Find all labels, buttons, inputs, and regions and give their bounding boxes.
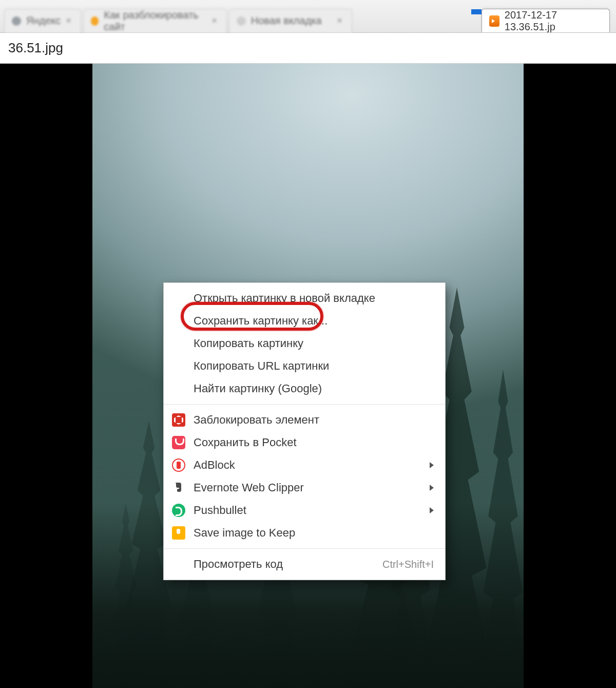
address-bar[interactable]: 36.51.jpg [0, 33, 616, 64]
menu-label: Копировать картинку [194, 337, 303, 350]
menu-block-element[interactable]: Заблокировать элемент [164, 409, 445, 431]
menu-save-image-as[interactable]: Сохранить картинку как... [164, 310, 445, 332]
tab-label: 2017-12-17 13.36.51.jp [505, 9, 600, 33]
menu-label: Сохранить в Pocket [194, 436, 297, 449]
menu-evernote[interactable]: Evernote Web Clipper [164, 476, 445, 499]
menu-adblock[interactable]: AdBlock [164, 454, 445, 476]
abp-icon [172, 413, 185, 427]
adblock-icon [172, 458, 185, 472]
menu-inspect[interactable]: Просмотреть код Ctrl+Shift+I [164, 553, 445, 576]
chevron-right-icon [430, 485, 434, 491]
menu-label: Заблокировать элемент [194, 413, 319, 427]
favicon [91, 16, 99, 26]
favicon [237, 16, 246, 26]
menu-label: Открыть картинку в новой вкладке [194, 292, 375, 305]
chevron-right-icon [430, 507, 434, 513]
vlc-icon [489, 15, 499, 27]
menu-save-to-pocket[interactable]: Сохранить в Pocket [164, 431, 445, 454]
close-icon[interactable]: × [337, 15, 342, 26]
tab-inactive-3[interactable]: Новая вкладка × [229, 9, 352, 32]
menu-label: Просмотреть код [194, 558, 283, 571]
menu-label: Копировать URL картинки [194, 359, 329, 373]
menu-copy-image-url[interactable]: Копировать URL картинки [164, 355, 445, 377]
tab-inactive-1[interactable]: Яндекс × [4, 9, 81, 32]
tab-loading-indicator [471, 9, 482, 14]
menu-search-image[interactable]: Найти картинку (Google) [164, 377, 445, 400]
tab-active[interactable]: 2017-12-17 13.36.51.jp [482, 9, 610, 32]
menu-separator [164, 404, 445, 405]
chevron-right-icon [430, 462, 434, 468]
url-text: 36.51.jpg [8, 40, 63, 56]
tab-inactive-2[interactable]: Как разблокировать сайт × [83, 9, 227, 32]
tab-label: Новая вкладка [251, 15, 322, 27]
menu-label: Evernote Web Clipper [194, 481, 304, 494]
menu-label: Найти картинку (Google) [194, 382, 322, 395]
menu-separator [164, 548, 445, 549]
pushbullet-icon [172, 504, 185, 517]
menu-label: Сохранить картинку как... [194, 314, 328, 328]
shortcut-text: Ctrl+Shift+I [382, 559, 434, 570]
close-icon[interactable]: × [66, 15, 71, 26]
menu-copy-image[interactable]: Копировать картинку [164, 332, 445, 355]
favicon [12, 16, 21, 26]
menu-label: Pushbullet [194, 504, 246, 517]
menu-pushbullet[interactable]: Pushbullet [164, 499, 445, 522]
menu-label: AdBlock [194, 458, 235, 472]
tab-strip: Яндекс × Как разблокировать сайт × Новая… [0, 0, 616, 33]
evernote-icon [172, 481, 185, 494]
pocket-icon [172, 436, 185, 449]
keep-icon [172, 526, 185, 540]
tab-label: Как разблокировать сайт [104, 9, 206, 33]
close-icon[interactable]: × [211, 15, 217, 26]
menu-label: Save image to Keep [194, 526, 295, 540]
tab-label: Яндекс [26, 15, 61, 27]
menu-open-image-new-tab[interactable]: Открыть картинку в новой вкладке [164, 287, 445, 310]
menu-save-to-keep[interactable]: Save image to Keep [164, 522, 445, 544]
context-menu: Открыть картинку в новой вкладке Сохрани… [163, 282, 446, 580]
